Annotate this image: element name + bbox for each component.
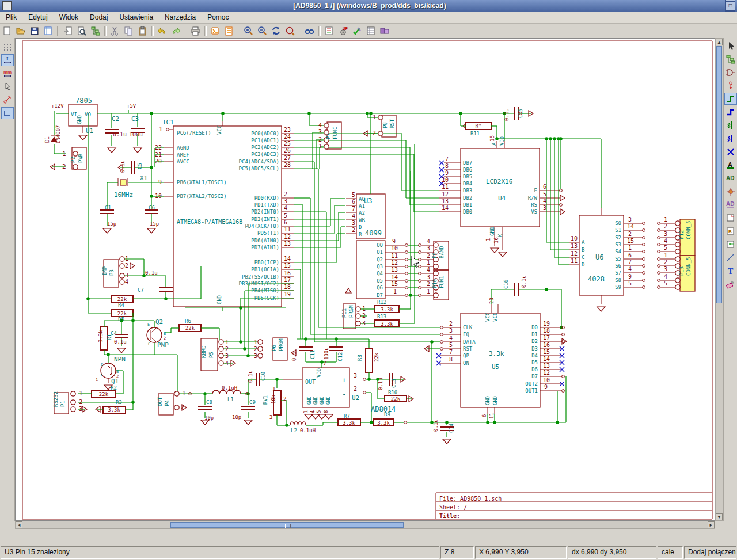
add-component-button[interactable]: [724, 66, 737, 78]
svg-text:0.1uH: 0.1uH: [222, 385, 237, 391]
svg-text:+: +: [342, 376, 346, 384]
search-sheet-button[interactable]: [75, 25, 88, 37]
add-wire-button[interactable]: [724, 93, 737, 105]
scroll-right-arrow[interactable]: ►: [708, 521, 715, 528]
undo-button[interactable]: [156, 25, 169, 37]
add-line-button[interactable]: [724, 252, 737, 264]
scroll-down-arrow[interactable]: ▼: [716, 513, 723, 520]
add-sheet-pin-button[interactable]: [724, 238, 737, 250]
add-text-button[interactable]: T: [724, 265, 737, 277]
schematic-canvas[interactable]: +12V7805VIVOGNDU1D11N400712P2PWRC2C30.1u…: [15, 38, 715, 521]
vertical-scrollbar[interactable]: ▲ ▼: [715, 38, 723, 521]
svg-text:PD6(AIN0): PD6(AIN0): [251, 238, 279, 243]
menu-dodaj[interactable]: Dodaj: [84, 12, 113, 22]
hierarchy-tool-button[interactable]: [724, 53, 737, 65]
units-inch-button[interactable]: I: [1, 54, 14, 66]
annotate-button[interactable]: UP: [337, 25, 349, 37]
app-icon[interactable]: [2, 1, 12, 10]
scroll-left-arrow[interactable]: ◄: [16, 521, 22, 528]
plot-settings-button[interactable]: [223, 25, 235, 37]
netlist-button[interactable]: [323, 25, 336, 37]
add-bus-bus-entry-button[interactable]: [724, 132, 737, 144]
cursor-shape-button[interactable]: [1, 81, 14, 93]
svg-text:Sheet: /: Sheet: /: [439, 504, 467, 511]
svg-text:A: A: [491, 142, 497, 146]
svg-text:0.1u: 0.1u: [113, 131, 127, 138]
svg-text:6: 6: [628, 252, 632, 258]
hierarchy-navigator-button[interactable]: [89, 25, 102, 37]
import-sheet-pin-button[interactable]: B: [724, 225, 737, 237]
maximize-button[interactable]: □: [725, 1, 735, 11]
title-bar[interactable]: [AD9850_1 /] (/windows/B_prod/dds_bis/ki…: [0, 0, 737, 12]
plot-button[interactable]: [209, 25, 222, 37]
add-label-button[interactable]: A: [724, 159, 737, 171]
svg-text:16: 16: [543, 342, 550, 348]
open-schematic-button[interactable]: [14, 25, 27, 37]
svg-text:I: I: [6, 56, 9, 62]
add-bus-button[interactable]: [724, 106, 737, 118]
svg-text:3: 3: [318, 129, 322, 135]
svg-text:1: 1: [427, 260, 430, 266]
copy-button[interactable]: [123, 25, 135, 37]
svg-text:PB1(OC1A): PB1(OC1A): [251, 266, 279, 272]
svg-text:Q3: Q3: [377, 264, 383, 269]
redraw-button[interactable]: [270, 25, 283, 37]
svg-text:13: 13: [442, 198, 449, 204]
erc-check-button[interactable]: [351, 25, 363, 37]
vertical-scroll-thumb[interactable]: [716, 46, 722, 303]
page-settings-button[interactable]: [42, 25, 55, 37]
add-hierarchical-label-button[interactable]: AD: [724, 199, 737, 211]
find-button[interactable]: [303, 25, 316, 37]
add-no-connect-button[interactable]: [724, 146, 737, 158]
svg-text:WR: WR: [359, 217, 365, 223]
svg-text:DB1: DB1: [463, 202, 472, 208]
save-schematic-button[interactable]: [28, 25, 41, 37]
schematic-drawing[interactable]: +12V7805VIVOGNDU1D11N400712P2PWRC2C30.1u…: [16, 39, 715, 521]
add-sheet-button[interactable]: [724, 212, 737, 224]
grid-toggle-button[interactable]: [1, 41, 14, 53]
menu-widok[interactable]: Widok: [54, 12, 84, 22]
leave-sheet-button[interactable]: [62, 25, 74, 37]
add-global-label-button[interactable]: AD: [724, 172, 737, 184]
bom-button[interactable]: [364, 25, 377, 37]
svg-text:D6: D6: [531, 367, 538, 372]
redo-button[interactable]: [170, 25, 183, 37]
units-mm-button[interactable]: mm: [1, 67, 14, 79]
svg-text:21: 21: [155, 151, 162, 158]
menu-plik[interactable]: Plik: [0, 12, 22, 22]
add-wire-bus-entry-icon: [725, 120, 736, 131]
menu-ustawienia[interactable]: Ustawienia: [113, 12, 159, 22]
svg-text:1: 1: [373, 114, 376, 120]
svg-text:20: 20: [155, 158, 162, 165]
cursor-tool-button[interactable]: [724, 40, 737, 52]
menu-edytuj[interactable]: Edytuj: [22, 12, 53, 22]
delete-tool-button[interactable]: [724, 278, 737, 290]
add-wire-bus-entry-button[interactable]: [724, 119, 737, 131]
add-global-label-icon: AD: [725, 173, 736, 184]
horizontal-scrollbar[interactable]: ◄ ►: [15, 521, 715, 529]
zoom-in-button[interactable]: [242, 25, 255, 37]
menu-narzdzia[interactable]: Narzędzia: [159, 12, 202, 22]
zoom-fit-button[interactable]: [284, 25, 297, 37]
add-power-button[interactable]: [724, 79, 737, 92]
paste-button[interactable]: [136, 25, 149, 37]
orthogonal-mode-button[interactable]: [1, 107, 14, 119]
horizontal-scroll-thumb[interactable]: [170, 522, 404, 528]
svg-text:PD4(XCK/T0): PD4(XCK/T0): [245, 223, 279, 229]
run-cvpcb-button[interactable]: [378, 25, 391, 37]
svg-text:P10: P10: [432, 279, 438, 288]
menu-pomoc[interactable]: Pomoc: [202, 12, 234, 22]
print-button[interactable]: [189, 25, 202, 37]
svg-text:DB3: DB3: [463, 188, 472, 193]
new-schematic-button[interactable]: [1, 25, 13, 37]
svg-text:2: 2: [664, 223, 667, 230]
add-junction-button[interactable]: [724, 185, 737, 197]
zoom-out-button[interactable]: [256, 25, 269, 37]
show-hidden-pins-button[interactable]: [1, 94, 14, 106]
cut-button[interactable]: [109, 25, 121, 37]
svg-text:+12V: +12V: [51, 103, 64, 109]
svg-text:4: 4: [352, 213, 355, 219]
svg-text:1: 1: [303, 410, 309, 413]
scroll-up-arrow[interactable]: ▲: [716, 39, 723, 45]
svg-text:11: 11: [391, 253, 398, 259]
